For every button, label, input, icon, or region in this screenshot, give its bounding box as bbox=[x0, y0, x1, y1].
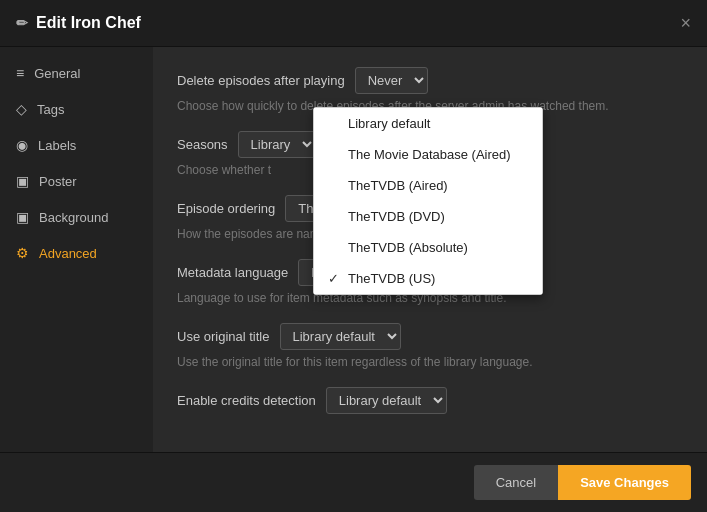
sidebar-item-background[interactable]: ▣ Background bbox=[0, 199, 153, 235]
sidebar-item-general[interactable]: ≡ General bbox=[0, 55, 153, 91]
edit-dialog: ✏ Edit Iron Chef × ≡ General ◇ Tags ◉ La… bbox=[0, 0, 707, 512]
original-title-field-row: Use original title Library default Use t… bbox=[177, 323, 683, 369]
sidebar-label-poster: Poster bbox=[39, 174, 77, 189]
general-icon: ≡ bbox=[16, 65, 24, 81]
credits-label: Enable credits detection bbox=[177, 393, 316, 408]
save-button[interactable]: Save Changes bbox=[558, 465, 691, 500]
delete-select[interactable]: Never bbox=[355, 67, 428, 94]
checkmark-tvdb-us: ✓ bbox=[328, 271, 342, 286]
original-title-label-row: Use original title Library default bbox=[177, 323, 683, 350]
checkmark-tvdb-absolute bbox=[328, 240, 342, 255]
background-icon: ▣ bbox=[16, 209, 29, 225]
sidebar: ≡ General ◇ Tags ◉ Labels ▣ Poster ▣ Bac… bbox=[0, 47, 153, 452]
sidebar-item-poster[interactable]: ▣ Poster bbox=[0, 163, 153, 199]
sidebar-item-tags[interactable]: ◇ Tags bbox=[0, 91, 153, 127]
credits-field-row: Enable credits detection Library default bbox=[177, 387, 683, 414]
sidebar-label-advanced: Advanced bbox=[39, 246, 97, 261]
credits-label-row: Enable credits detection Library default bbox=[177, 387, 683, 414]
original-title-select[interactable]: Library default bbox=[280, 323, 401, 350]
checkmark-tvdb-dvd bbox=[328, 209, 342, 224]
checkmark-tvdb-aired bbox=[328, 178, 342, 193]
seasons-select[interactable]: Library bbox=[238, 131, 316, 158]
sidebar-label-general: General bbox=[34, 66, 80, 81]
sidebar-label-tags: Tags bbox=[37, 102, 64, 117]
episode-ordering-label: Episode ordering bbox=[177, 201, 275, 216]
dropdown-overlay: Library default The Movie Database (Aire… bbox=[313, 107, 543, 295]
labels-icon: ◉ bbox=[16, 137, 28, 153]
metadata-label: Metadata language bbox=[177, 265, 288, 280]
sidebar-item-labels[interactable]: ◉ Labels bbox=[0, 127, 153, 163]
dropdown-item-tvdb-us[interactable]: ✓ TheTVDB (US) bbox=[314, 263, 542, 294]
content-area: Delete episodes after playing Never Choo… bbox=[153, 47, 707, 452]
dropdown-item-tvdb-dvd[interactable]: TheTVDB (DVD) bbox=[314, 201, 542, 232]
sidebar-label-labels: Labels bbox=[38, 138, 76, 153]
dropdown-item-library-default[interactable]: Library default bbox=[314, 108, 542, 139]
poster-icon: ▣ bbox=[16, 173, 29, 189]
close-button[interactable]: × bbox=[680, 14, 691, 32]
dropdown-item-tvdb-aired[interactable]: TheTVDB (Aired) bbox=[314, 170, 542, 201]
credits-select[interactable]: Library default bbox=[326, 387, 447, 414]
dialog-title-text: Edit Iron Chef bbox=[36, 14, 141, 32]
dialog-header: ✏ Edit Iron Chef × bbox=[0, 0, 707, 47]
sidebar-label-background: Background bbox=[39, 210, 108, 225]
original-title-hint: Use the original title for this item reg… bbox=[177, 355, 683, 369]
dialog-footer: Cancel Save Changes bbox=[0, 452, 707, 512]
dialog-title: ✏ Edit Iron Chef bbox=[16, 14, 141, 32]
delete-label: Delete episodes after playing bbox=[177, 73, 345, 88]
checkmark-library-default bbox=[328, 116, 342, 131]
dropdown-item-tmdb-aired[interactable]: The Movie Database (Aired) bbox=[314, 139, 542, 170]
dropdown-item-tvdb-absolute[interactable]: TheTVDB (Absolute) bbox=[314, 232, 542, 263]
sidebar-item-advanced[interactable]: ⚙ Advanced bbox=[0, 235, 153, 271]
checkmark-tmdb-aired bbox=[328, 147, 342, 162]
tags-icon: ◇ bbox=[16, 101, 27, 117]
edit-icon: ✏ bbox=[16, 15, 28, 31]
seasons-label: Seasons bbox=[177, 137, 228, 152]
original-title-label: Use original title bbox=[177, 329, 270, 344]
advanced-icon: ⚙ bbox=[16, 245, 29, 261]
delete-label-row: Delete episodes after playing Never bbox=[177, 67, 683, 94]
cancel-button[interactable]: Cancel bbox=[474, 465, 558, 500]
dialog-body: ≡ General ◇ Tags ◉ Labels ▣ Poster ▣ Bac… bbox=[0, 47, 707, 452]
